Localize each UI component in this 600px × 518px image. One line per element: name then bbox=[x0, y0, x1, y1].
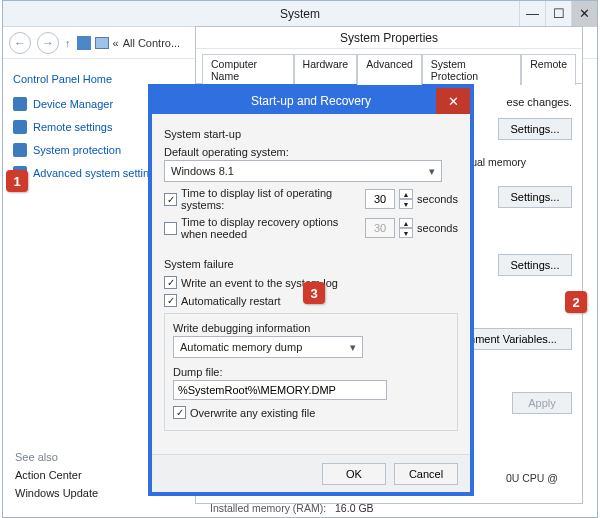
ram-info: Installed memory (RAM): 16.0 GB bbox=[210, 502, 374, 514]
time-list-value[interactable] bbox=[365, 189, 395, 209]
dump-file-input[interactable] bbox=[173, 380, 387, 400]
sidebar-item-device-manager[interactable]: Device Manager bbox=[13, 97, 157, 111]
dialog-body: System start-up Default operating system… bbox=[152, 114, 470, 441]
sidebar-item-label: Remote settings bbox=[33, 121, 112, 133]
time-list-row: Time to display list of operating system… bbox=[164, 187, 458, 211]
link-label: Action Center bbox=[15, 469, 82, 481]
seconds-label: seconds bbox=[417, 193, 458, 205]
overwrite-label: Overwrite any existing file bbox=[190, 407, 315, 419]
seconds-label: seconds bbox=[417, 222, 458, 234]
system-properties-tabs: Computer Name Hardware Advanced System P… bbox=[196, 49, 582, 84]
time-recovery-spinner: ▲▼ bbox=[399, 218, 413, 238]
see-also: See also Action Center Windows Update bbox=[15, 451, 165, 505]
overwrite-row: Overwrite any existing file bbox=[173, 406, 449, 419]
callout-1: 1 bbox=[6, 170, 28, 192]
device-manager-icon bbox=[13, 97, 27, 111]
spinner-up-icon: ▲ bbox=[399, 218, 413, 228]
maximize-button[interactable]: ☐ bbox=[545, 1, 571, 27]
tab-system-protection[interactable]: System Protection bbox=[422, 54, 521, 85]
breadcrumb[interactable]: « All Contro... bbox=[77, 36, 181, 50]
time-list-checkbox[interactable] bbox=[164, 193, 177, 206]
time-recovery-label: Time to display recovery options when ne… bbox=[181, 216, 361, 240]
callout-2: 2 bbox=[565, 291, 587, 313]
window-controls: — ☐ ✕ bbox=[519, 1, 597, 27]
sidebar-item-label: Device Manager bbox=[33, 98, 113, 110]
see-also-heading: See also bbox=[15, 451, 165, 463]
up-icon[interactable]: ↑ bbox=[65, 37, 71, 49]
forward-button[interactable]: → bbox=[37, 32, 59, 54]
processor-fragment: 0U CPU @ bbox=[506, 472, 558, 484]
startup-recovery-titlebar: Start-up and Recovery ✕ bbox=[152, 88, 470, 114]
control-panel-home-link[interactable]: Control Panel Home bbox=[13, 73, 157, 85]
see-also-action-center[interactable]: Action Center bbox=[15, 469, 165, 481]
back-button[interactable]: ← bbox=[9, 32, 31, 54]
dump-type-dropdown[interactable]: Automatic memory dump bbox=[173, 336, 363, 358]
minimize-button[interactable]: — bbox=[519, 1, 545, 27]
time-recovery-checkbox[interactable] bbox=[164, 222, 177, 235]
write-debug-info-label: Write debugging information bbox=[173, 322, 449, 334]
tab-hardware[interactable]: Hardware bbox=[294, 54, 358, 85]
tab-advanced[interactable]: Advanced bbox=[357, 54, 422, 85]
time-list-spinner[interactable]: ▲▼ bbox=[399, 189, 413, 209]
performance-settings-button[interactable]: Settings... bbox=[498, 118, 572, 140]
spinner-up-icon[interactable]: ▲ bbox=[399, 189, 413, 199]
system-window-title: System bbox=[280, 7, 320, 21]
admin-note-text: ese changes. bbox=[507, 96, 572, 108]
system-properties-title: System Properties bbox=[196, 27, 582, 49]
close-button[interactable]: ✕ bbox=[571, 1, 597, 27]
sidebar-item-remote-settings[interactable]: Remote settings bbox=[13, 120, 157, 134]
debug-info-group: Write debugging information Automatic me… bbox=[164, 313, 458, 431]
time-recovery-value bbox=[365, 218, 395, 238]
spinner-down-icon[interactable]: ▼ bbox=[399, 199, 413, 209]
ram-value: 16.0 GB bbox=[335, 502, 374, 514]
monitor-icon bbox=[95, 37, 109, 49]
sidebar-item-advanced-system-settings[interactable]: Advanced system settin bbox=[13, 166, 157, 180]
dump-type-value: Automatic memory dump bbox=[180, 341, 302, 353]
cancel-button[interactable]: Cancel bbox=[394, 463, 458, 485]
dump-file-label: Dump file: bbox=[173, 366, 449, 378]
ok-button[interactable]: OK bbox=[322, 463, 386, 485]
user-profiles-settings-button[interactable]: Settings... bbox=[498, 186, 572, 208]
ram-label: Installed memory (RAM): bbox=[210, 502, 326, 514]
startup-recovery-settings-button[interactable]: Settings... bbox=[498, 254, 572, 276]
system-startup-heading: System start-up bbox=[164, 128, 458, 140]
time-list-label: Time to display list of operating system… bbox=[181, 187, 361, 211]
system-failure-heading: System failure bbox=[164, 258, 458, 270]
callout-3: 3 bbox=[303, 282, 325, 304]
dialog-button-row: OK Cancel bbox=[152, 454, 470, 492]
control-panel-sidebar: Control Panel Home Device Manager Remote… bbox=[3, 59, 167, 517]
sidebar-item-label: Advanced system settin bbox=[33, 167, 149, 179]
spinner-down-icon: ▼ bbox=[399, 228, 413, 238]
remote-settings-icon bbox=[13, 120, 27, 134]
tab-computer-name[interactable]: Computer Name bbox=[202, 54, 294, 85]
default-os-dropdown[interactable]: Windows 8.1 bbox=[164, 160, 442, 182]
virtual-memory-fragment: ual memory bbox=[471, 156, 526, 168]
system-window-titlebar: System — ☐ ✕ bbox=[3, 1, 597, 27]
dialog-close-button[interactable]: ✕ bbox=[436, 88, 470, 114]
apply-button[interactable]: Apply bbox=[512, 392, 572, 414]
auto-restart-checkbox[interactable] bbox=[164, 294, 177, 307]
breadcrumb-sep: « bbox=[113, 37, 119, 49]
write-event-checkbox[interactable] bbox=[164, 276, 177, 289]
startup-recovery-title: Start-up and Recovery bbox=[251, 94, 371, 108]
shield-icon bbox=[77, 36, 91, 50]
sidebar-item-label: System protection bbox=[33, 144, 121, 156]
auto-restart-label: Automatically restart bbox=[181, 295, 281, 307]
system-protection-icon bbox=[13, 143, 27, 157]
see-also-windows-update[interactable]: Windows Update bbox=[15, 487, 165, 499]
default-os-label: Default operating system: bbox=[164, 146, 458, 158]
breadcrumb-text: All Contro... bbox=[123, 37, 180, 49]
sidebar-item-system-protection[interactable]: System protection bbox=[13, 143, 157, 157]
time-recovery-row: Time to display recovery options when ne… bbox=[164, 216, 458, 240]
tab-remote[interactable]: Remote bbox=[521, 54, 576, 85]
overwrite-checkbox[interactable] bbox=[173, 406, 186, 419]
default-os-value: Windows 8.1 bbox=[171, 165, 234, 177]
link-label: Windows Update bbox=[15, 487, 98, 499]
